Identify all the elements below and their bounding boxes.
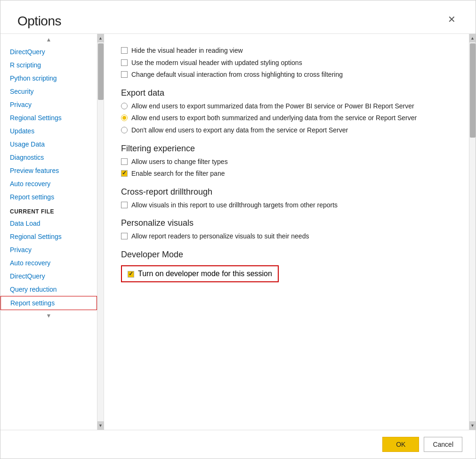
option-export-none: Don't allow end users to export any data… <box>121 126 452 135</box>
checkbox-allow-drillthrough[interactable] <box>121 202 128 208</box>
main-scroll-up-btn[interactable]: ▲ <box>469 34 476 42</box>
sidebar-item-auto-recovery-cf[interactable]: Auto recovery <box>0 256 97 270</box>
sidebar-item-data-load[interactable]: Data Load <box>0 217 97 230</box>
sidebar-item-usage-data[interactable]: Usage Data <box>0 138 97 151</box>
sidebar-scroll-down[interactable]: ▼ <box>0 310 97 321</box>
option-export-both: Allow end users to export both summarize… <box>121 114 452 123</box>
sidebar-item-security[interactable]: Security <box>0 85 97 98</box>
sidebar-item-auto-recovery[interactable]: Auto recovery <box>0 177 97 190</box>
sidebar-scroll-track <box>97 42 104 421</box>
sidebar-item-r-scripting[interactable]: R scripting <box>0 58 97 72</box>
label-developer-mode: Turn on developer mode for this session <box>138 270 272 278</box>
option-enable-search-filter: Enable search for the filter pane <box>121 169 452 179</box>
sidebar-item-diagnostics[interactable]: Diagnostics <box>0 151 97 164</box>
checkbox-cross-highlighting[interactable] <box>121 71 128 78</box>
checkbox-change-filter-types[interactable] <box>121 158 128 165</box>
sidebar-item-report-settings-cf[interactable]: Report settings <box>0 296 97 310</box>
sidebar-item-privacy[interactable]: Privacy <box>0 98 97 111</box>
option-export-summarized: Allow end users to export summarized dat… <box>121 102 452 111</box>
option-personalize-visuals: Allow report readers to personalize visu… <box>121 232 452 241</box>
dialog-body: ▲ DirectQuery R scripting Python scripti… <box>0 33 476 430</box>
section-filtering-experience: Filtering experience <box>121 144 452 154</box>
label-cross-highlighting: Change default visual interaction from c… <box>131 70 343 80</box>
dialog-header: Options ✕ <box>0 0 476 33</box>
checkbox-hide-visual-header[interactable] <box>121 47 128 54</box>
label-allow-drillthrough: Allow visuals in this report to use dril… <box>131 201 338 210</box>
sidebar-item-directquery-cf[interactable]: DirectQuery <box>0 270 97 283</box>
label-enable-search-filter: Enable search for the filter pane <box>131 169 225 179</box>
label-modern-visual-header: Use the modern visual header with update… <box>131 58 302 68</box>
sidebar-item-directquery[interactable]: DirectQuery <box>0 45 97 58</box>
checkbox-personalize-visuals[interactable] <box>121 233 128 239</box>
option-modern-visual-header: Use the modern visual header with update… <box>121 58 452 68</box>
sidebar-item-python-scripting[interactable]: Python scripting <box>0 72 97 85</box>
main-scroll-track <box>469 42 476 421</box>
option-hide-visual-header: Hide the visual header in reading view <box>121 46 452 56</box>
sidebar-item-updates[interactable]: Updates <box>0 124 97 138</box>
sidebar-item-preview-features[interactable]: Preview features <box>0 164 97 177</box>
option-change-filter-types: Allow users to change filter types <box>121 157 452 167</box>
radio-export-both[interactable] <box>121 115 128 121</box>
sidebar-item-regional-settings-cf[interactable]: Regional Settings <box>0 230 97 243</box>
current-file-label: CURRENT FILE <box>0 204 97 217</box>
label-export-summarized: Allow end users to export summarized dat… <box>131 102 414 111</box>
main-scroll-thumb[interactable] <box>470 43 476 138</box>
checkbox-enable-search-filter[interactable] <box>121 170 128 177</box>
developer-mode-box: Turn on developer mode for this session <box>121 265 279 282</box>
main-scroll-area: Hide the visual header in reading view U… <box>104 34 469 430</box>
sidebar-content: ▲ DirectQuery R scripting Python scripti… <box>0 34 97 430</box>
section-cross-report: Cross-report drillthrough <box>121 187 452 197</box>
section-developer-mode: Developer Mode <box>121 250 452 260</box>
main-scroll-down-btn[interactable]: ▼ <box>469 421 476 430</box>
dialog-footer: OK Cancel <box>0 430 476 459</box>
sidebar-scroll-down-btn[interactable]: ▼ <box>97 421 104 430</box>
sidebar-item-report-settings-global[interactable]: Report settings <box>0 190 97 204</box>
label-hide-visual-header: Hide the visual header in reading view <box>131 46 243 56</box>
checkbox-modern-visual-header[interactable] <box>121 59 128 66</box>
cancel-button[interactable]: Cancel <box>424 437 462 452</box>
main-content-area: Hide the visual header in reading view U… <box>104 34 476 430</box>
sidebar-item-privacy-cf[interactable]: Privacy <box>0 243 97 256</box>
sidebar-scroll-thumb[interactable] <box>98 43 104 100</box>
sidebar-item-query-reduction[interactable]: Query reduction <box>0 283 97 296</box>
label-change-filter-types: Allow users to change filter types <box>131 157 228 167</box>
close-button[interactable]: ✕ <box>445 14 459 25</box>
sidebar-scroll-up[interactable]: ▲ <box>0 34 97 45</box>
radio-export-summarized[interactable] <box>121 103 128 109</box>
label-export-both: Allow end users to export both summarize… <box>131 114 417 123</box>
sidebar-scroll-up-btn[interactable]: ▲ <box>97 34 104 42</box>
label-personalize-visuals: Allow report readers to personalize visu… <box>131 232 309 241</box>
sidebar: ▲ DirectQuery R scripting Python scripti… <box>0 34 104 430</box>
checkbox-developer-mode[interactable] <box>128 271 134 278</box>
sidebar-scrollbar: ▲ ▼ <box>97 34 104 430</box>
option-allow-drillthrough: Allow visuals in this report to use dril… <box>121 201 452 210</box>
main-scrollbar: ▲ ▼ <box>469 34 476 430</box>
section-personalize-visuals: Personalize visuals <box>121 218 452 228</box>
dialog-title: Options <box>17 14 61 29</box>
ok-button[interactable]: OK <box>382 437 419 452</box>
options-dialog: Options ✕ ▲ DirectQuery R scripting Pyth… <box>0 0 476 459</box>
section-export-data: Export data <box>121 88 452 98</box>
option-cross-highlighting: Change default visual interaction from c… <box>121 70 452 80</box>
sidebar-item-regional-settings[interactable]: Regional Settings <box>0 111 97 124</box>
label-export-none: Don't allow end users to export any data… <box>131 126 348 135</box>
radio-export-none[interactable] <box>121 127 128 133</box>
